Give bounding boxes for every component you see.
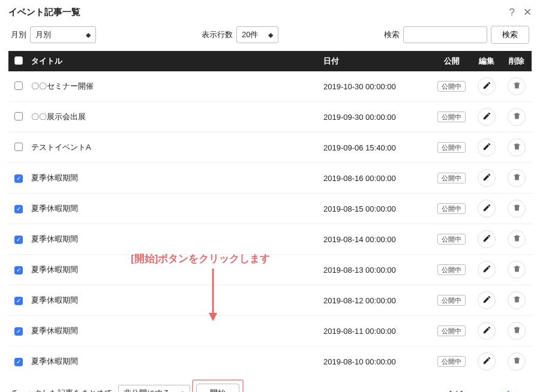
edit-button[interactable] [478, 352, 496, 370]
col-publish: 公開 [431, 51, 472, 71]
bulk-action-select[interactable]: 非公開にする ◆ [118, 385, 190, 392]
trash-icon [512, 173, 521, 183]
delete-button[interactable] [508, 200, 526, 218]
row-checkbox[interactable]: ✓ [14, 205, 23, 213]
search-button[interactable]: 検索 [491, 26, 529, 44]
delete-button[interactable] [508, 261, 526, 279]
row-checkbox[interactable]: ✓ [14, 266, 23, 275]
table-row: ✓夏季休暇期間2019-08-11 00:00:00公開中 [8, 316, 532, 346]
publish-status-button[interactable]: 公開中 [437, 173, 466, 183]
row-title: 夏季休暇期間 [25, 163, 317, 194]
table-row: ✓夏季休暇期間2019-08-10 00:00:00公開中 [8, 346, 532, 377]
start-button[interactable]: 開始 [196, 384, 239, 392]
select-all-checkbox[interactable] [14, 56, 23, 65]
row-checkbox[interactable]: ✓ [14, 327, 23, 336]
pencil-icon [482, 142, 491, 153]
row-date: 2019-09-06 15:40:00 [317, 132, 431, 163]
table-row: ✓夏季休暇期間2019-08-16 00:00:00公開中 [8, 163, 532, 194]
edit-button[interactable] [478, 200, 496, 218]
article-table: タイトル 日付 公開 編集 削除 〇〇セミナー開催2019-10-30 00:0… [8, 51, 532, 376]
edit-button[interactable] [478, 322, 496, 340]
trash-icon [512, 111, 521, 122]
delete-button[interactable] [508, 77, 526, 95]
pager-prev[interactable]: < [497, 389, 502, 393]
row-date: 2019-08-12 00:00:00 [317, 285, 431, 316]
pencil-icon [482, 356, 491, 367]
trash-icon [512, 295, 521, 306]
delete-button[interactable] [508, 352, 526, 370]
row-title: 夏季休暇期間 [25, 194, 317, 224]
delete-button[interactable] [508, 108, 526, 126]
row-title: 夏季休暇期間 [25, 255, 317, 285]
pager-current[interactable]: 1 [506, 389, 511, 393]
close-icon[interactable]: ✕ [523, 6, 532, 19]
row-checkbox[interactable]: ✓ [14, 236, 23, 244]
delete-button[interactable] [508, 230, 526, 248]
row-date: 2019-08-14 00:00:00 [317, 224, 431, 255]
edit-button[interactable] [478, 261, 496, 279]
table-row: ✓夏季休暇期間2019-08-15 00:00:00公開中 [8, 194, 532, 224]
delete-button[interactable] [508, 138, 526, 156]
rows-select[interactable]: 20件 ◆ [236, 26, 278, 43]
row-date: 2019-10-30 00:00:00 [317, 71, 431, 102]
row-date: 2019-08-13 00:00:00 [317, 255, 431, 285]
pencil-icon [482, 203, 491, 214]
row-title: 夏季休暇期間 [25, 346, 317, 377]
delete-button[interactable] [508, 322, 526, 340]
edit-button[interactable] [478, 108, 496, 126]
month-label: 月別 [11, 29, 26, 40]
row-title: 夏季休暇期間 [25, 285, 317, 316]
row-date: 2019-08-11 00:00:00 [317, 316, 431, 346]
pencil-icon [482, 264, 491, 275]
trash-icon [512, 234, 521, 245]
table-row: ✓夏季休暇期間2019-08-13 00:00:00公開中 [8, 255, 532, 285]
publish-status-button[interactable]: 公開中 [437, 142, 466, 153]
publish-status-button[interactable]: 公開中 [437, 325, 466, 336]
col-delete: 削除 [502, 51, 532, 71]
row-checkbox[interactable]: ✓ [14, 358, 23, 366]
publish-status-button[interactable]: 公開中 [437, 356, 466, 367]
pencil-icon [482, 234, 491, 245]
table-row: ✓夏季休暇期間2019-08-14 00:00:00公開中 [8, 224, 532, 255]
table-row: テストイベントA2019-09-06 15:40:00公開中 [8, 132, 532, 163]
table-row: ✓夏季休暇期間2019-08-12 00:00:00公開中 [8, 285, 532, 316]
month-select[interactable]: 月別 ◆ [30, 26, 96, 43]
pager-position: 1 / 1 [449, 389, 464, 393]
row-checkbox[interactable]: ✓ [14, 297, 23, 305]
rows-label: 表示行数 [202, 29, 233, 40]
pager-last[interactable]: » [525, 389, 529, 393]
edit-button[interactable] [478, 230, 496, 248]
pager-next[interactable]: > [515, 389, 520, 393]
row-title: 〇〇セミナー開催 [25, 71, 317, 102]
row-checkbox[interactable]: ✓ [14, 174, 23, 183]
row-checkbox[interactable] [14, 112, 23, 120]
delete-button[interactable] [508, 291, 526, 309]
pencil-icon [482, 325, 491, 336]
publish-status-button[interactable]: 公開中 [437, 111, 466, 122]
publish-status-button[interactable]: 公開中 [437, 81, 466, 92]
trash-icon [512, 356, 521, 367]
trash-icon [512, 203, 521, 214]
publish-status-button[interactable]: 公開中 [437, 234, 466, 245]
delete-button[interactable] [508, 169, 526, 187]
search-label: 検索 [384, 29, 400, 40]
search-input[interactable] [403, 26, 487, 43]
caret-icon: ◆ [180, 390, 185, 393]
row-title: 夏季休暇期間 [25, 316, 317, 346]
edit-button[interactable] [478, 169, 496, 187]
help-icon[interactable]: ? [509, 7, 515, 19]
publish-status-button[interactable]: 公開中 [437, 295, 466, 306]
pencil-icon [482, 111, 491, 122]
row-checkbox[interactable] [14, 143, 23, 151]
edit-button[interactable] [478, 291, 496, 309]
pencil-icon [482, 295, 491, 306]
publish-status-button[interactable]: 公開中 [437, 203, 466, 214]
trash-icon [512, 264, 521, 275]
publish-status-button[interactable]: 公開中 [437, 264, 466, 275]
edit-button[interactable] [478, 77, 496, 95]
edit-button[interactable] [478, 138, 496, 156]
pencil-icon [482, 173, 491, 183]
pager-first[interactable]: « [488, 389, 492, 393]
row-checkbox[interactable] [14, 82, 23, 90]
caret-icon: ◆ [86, 31, 91, 39]
